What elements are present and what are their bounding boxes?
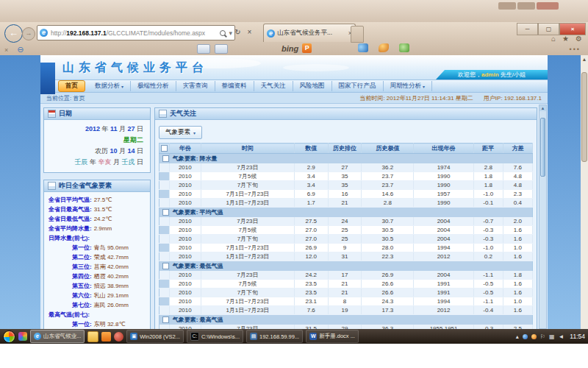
browser-scrollbar[interactable]: ▲ (581, 55, 588, 329)
table-row[interactable]: 20107月1日~7月23日26.9928.01994-1.01.0 (159, 244, 533, 252)
table-row[interactable]: 20107月1日~7月23日23.1824.31994-1.11.0 (159, 297, 533, 306)
taskbar-task-3[interactable]: ▤192.168.59.99... (246, 330, 303, 343)
toolbar-camera-icon[interactable] (358, 43, 368, 52)
browser-scroll-up-icon[interactable]: ▲ (581, 55, 588, 63)
table-cell: 30.7 (362, 217, 414, 226)
calendar-text: 农历 (95, 147, 110, 155)
overlay-close-icon[interactable]: × (4, 46, 8, 54)
bing-logo[interactable]: bing (282, 44, 298, 53)
back-button[interactable]: ← (4, 24, 23, 43)
url-text[interactable]: http://192.168.137.1/GLCCLIMATE/modules/… (51, 29, 220, 37)
group-checkbox[interactable] (162, 209, 169, 216)
calendar-icon (48, 110, 56, 118)
toolbar-more-icon[interactable]: ••• (570, 46, 581, 53)
card-icon[interactable] (215, 44, 228, 54)
rank-item: 第二位:荣成 42.7mm (47, 252, 148, 262)
tray-monitor-icon[interactable]: ▦ (549, 333, 555, 340)
table-cell: -1.1 (473, 297, 503, 306)
new-tab-button[interactable] (351, 26, 364, 43)
nav-item-2[interactable]: 极端性分析 (131, 81, 176, 91)
taskbar-task-4[interactable]: W新手册.docx ... (306, 330, 359, 343)
toolbar-plugin-icon[interactable] (399, 43, 409, 52)
nav-item-6[interactable]: 风险地图 (293, 81, 332, 91)
table-cell: 2010 (169, 306, 201, 315)
maximize-button[interactable]: ▢ (538, 23, 559, 35)
start-button[interactable] (3, 330, 15, 343)
table-row[interactable]: 20107月23日2.92736.219742.87.6 (159, 163, 533, 172)
tray-update-icon[interactable] (531, 334, 537, 339)
pinned-media-app-icon[interactable] (114, 332, 123, 342)
nav-item-1[interactable]: 数据分析▾ (88, 81, 131, 91)
mail-icon[interactable] (197, 44, 210, 54)
taskbar-task-0[interactable]: e山东省气候业... (30, 330, 85, 343)
minimize-button[interactable]: ─ (517, 23, 538, 35)
rank-value: 莒南 42.0mm (94, 263, 129, 270)
nav-item-3[interactable]: 灾害查询 (176, 81, 215, 91)
table-cell: 1.7 (294, 199, 328, 208)
browser-scroll-thumb[interactable] (581, 72, 587, 162)
tray-network-icon[interactable] (523, 334, 528, 339)
tray-speaker-icon[interactable]: ◄ (558, 333, 564, 340)
tray-hidden-icons[interactable]: ▴ (516, 333, 519, 340)
table-row[interactable]: 20107月23日24.21726.92004-1.11.8 (159, 271, 533, 280)
table-row[interactable]: 20107月5候27.02530.52004-0.31.6 (159, 226, 533, 235)
bing-badge-icon[interactable]: P (302, 43, 312, 53)
taskbar-task-2[interactable]: C:C:\Windows\s... (187, 330, 243, 343)
calendar-date: 2012 年 11 月 27 日 (48, 124, 143, 135)
close-button[interactable]: × (559, 23, 586, 35)
blocker-icon[interactable]: ⊖ (17, 45, 24, 54)
table-cell: 1.0 (503, 297, 532, 306)
chevron-down-icon: ▾ (423, 84, 425, 89)
task-label: 新手册.docx ... (319, 333, 355, 340)
select-all-checkbox[interactable] (161, 145, 168, 152)
stop-button[interactable]: × (244, 26, 255, 38)
group-checkbox[interactable] (162, 263, 169, 269)
table-row[interactable]: 20101月1日~7月23日1.7212.81990-0.10.4 (159, 199, 533, 208)
table-cell: -1.0 (473, 190, 503, 199)
table-row[interactable]: 20107月5候3.43523.719901.84.8 (159, 172, 533, 181)
table-row[interactable]: 20107月1日~7月23日6.91614.61957-1.02.3 (159, 190, 533, 199)
nav-item-0[interactable]: 首页 (58, 80, 85, 92)
table-cell: 2010 (169, 297, 201, 306)
favorites-star-icon[interactable]: ★ (562, 35, 569, 43)
pinned-orange-app-icon[interactable] (101, 332, 111, 342)
table-cell: 1月1日~7月23日 (201, 306, 294, 315)
nav-item-8[interactable]: 周期性分析▾ (384, 81, 433, 91)
tray-flag-icon[interactable]: ⚐ (540, 333, 545, 340)
nav-item-7[interactable]: 国家下行产品 (332, 81, 384, 91)
group-checkbox[interactable] (162, 316, 169, 323)
scroll-up-icon[interactable]: ▲ (539, 105, 546, 111)
table-row[interactable]: 20107月下旬23.52126.61991-0.51.6 (159, 289, 533, 297)
table-cell: 25 (328, 226, 362, 235)
address-bar[interactable]: e http://192.168.137.1/GLCCLIMATE/module… (37, 25, 235, 40)
explorer-folder-icon[interactable] (87, 331, 98, 342)
home-icon[interactable]: ⌂ (551, 35, 556, 43)
nav-item-4[interactable]: 整编资料 (215, 81, 254, 91)
table-row[interactable]: 20107月下旬3.43523.719901.84.8 (159, 181, 533, 190)
breadcrumb: 当前位置: 首页 (46, 94, 85, 102)
element-filter-button[interactable]: 气象要素 ▾ (159, 126, 202, 139)
nav-item-5[interactable]: 天气关注 (254, 81, 293, 91)
table-row[interactable]: 20101月1日~7月23日12.03122.320120.21.6 (159, 252, 533, 261)
browser-tab[interactable]: e 山东省气候业务平... × (263, 24, 356, 42)
group-checkbox[interactable] (162, 155, 169, 162)
table-row[interactable]: 20107月下旬27.02530.52004-0.31.6 (159, 235, 533, 244)
table-cell: 22.3 (362, 252, 414, 261)
forward-button[interactable]: → (22, 27, 35, 40)
page-scrollbar[interactable]: ▲ (539, 105, 547, 329)
search-icon[interactable] (220, 30, 226, 36)
toolbar-bird-icon[interactable] (379, 43, 389, 52)
refresh-button[interactable]: ↻ (232, 26, 243, 38)
table-cell: 4.8 (503, 181, 532, 190)
table-cell: 1990 (414, 172, 473, 181)
table-row[interactable]: 20101月1日~7月23日7.61917.32012-0.41.6 (159, 306, 533, 315)
pinned-app-icon[interactable] (18, 332, 27, 341)
username: admin (481, 71, 499, 78)
taskbar-task-1[interactable]: ▣Win2008 (VS2... (126, 330, 184, 343)
table-row[interactable]: 20107月5候23.52126.61991-0.51.6 (159, 280, 533, 289)
weather-icon (159, 110, 167, 118)
page-scroll-thumb[interactable] (540, 118, 545, 177)
taskbar-clock[interactable]: 11:54 (570, 333, 585, 340)
tools-gear-icon[interactable]: ⚙ (576, 35, 582, 43)
table-row[interactable]: 20107月23日27.52430.72004-0.72.0 (159, 217, 533, 226)
